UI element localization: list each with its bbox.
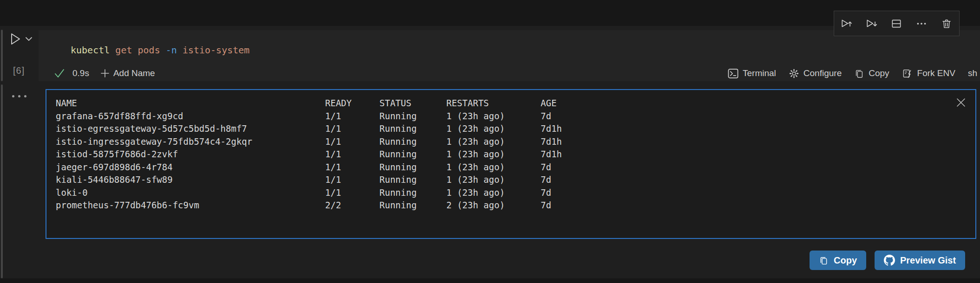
cell-status-bar: 0.9s Add Name Terminal	[39, 65, 980, 81]
copy-icon	[854, 68, 864, 79]
add-name-button[interactable]: Add Name	[100, 68, 155, 78]
gear-icon	[789, 68, 799, 79]
bottom-background-strip	[0, 278, 980, 283]
execution-count: [6]	[13, 65, 25, 76]
configure-button[interactable]: Configure	[789, 68, 842, 79]
command-editor[interactable]: kubectl get pods -n istio-system	[71, 45, 249, 56]
configure-label: Configure	[804, 68, 842, 78]
execution-duration: 0.9s	[72, 68, 89, 78]
trash-icon[interactable]	[939, 16, 954, 32]
cell-toolbar	[834, 11, 960, 36]
add-name-label: Add Name	[113, 68, 155, 78]
execute-above-icon[interactable]	[839, 16, 855, 32]
cell-output-panel: NAMEREADYSTATUSRESTARTSAGEgrafana-657df8…	[46, 89, 976, 239]
fork-env-label: Fork ENV	[917, 68, 955, 78]
fork-env-icon	[902, 68, 913, 79]
copy-cell-label: Copy	[869, 68, 889, 78]
terminal-button[interactable]: Terminal	[728, 68, 776, 79]
copy-output-button[interactable]: Copy	[810, 251, 866, 270]
terminal-label: Terminal	[743, 68, 776, 78]
github-icon	[884, 255, 895, 266]
terminal-icon	[728, 68, 738, 79]
chevron-down-icon[interactable]	[26, 37, 32, 41]
language-selector[interactable]: sh	[968, 68, 977, 78]
code-cell: kubectl get pods -n istio-system 0.9s Ad…	[39, 30, 980, 81]
close-output-icon[interactable]	[955, 96, 967, 109]
copy-icon	[819, 255, 829, 266]
notebook-cell-view: [6] kubectl get pods -n istio-system 0.9…	[0, 0, 980, 283]
copy-cell-button[interactable]: Copy	[854, 68, 889, 79]
play-icon	[9, 32, 21, 45]
cell-focus-bar	[1, 30, 3, 81]
preview-gist-button[interactable]: Preview Gist	[875, 251, 965, 270]
top-background-strip	[0, 0, 980, 26]
ellipsis-icon[interactable]	[914, 16, 929, 32]
fork-env-button[interactable]: Fork ENV	[902, 68, 955, 79]
output-footer: Copy Preview Gist	[810, 251, 965, 270]
split-cell-icon[interactable]	[889, 16, 904, 32]
copy-output-label: Copy	[834, 255, 857, 266]
output-focus-bar	[1, 84, 3, 278]
execute-below-icon[interactable]	[864, 16, 880, 32]
run-cell-button[interactable]	[9, 32, 32, 45]
plus-icon	[100, 69, 110, 78]
more-actions-icon[interactable]	[12, 95, 26, 97]
preview-gist-label: Preview Gist	[900, 255, 956, 266]
success-check-icon	[54, 68, 65, 78]
